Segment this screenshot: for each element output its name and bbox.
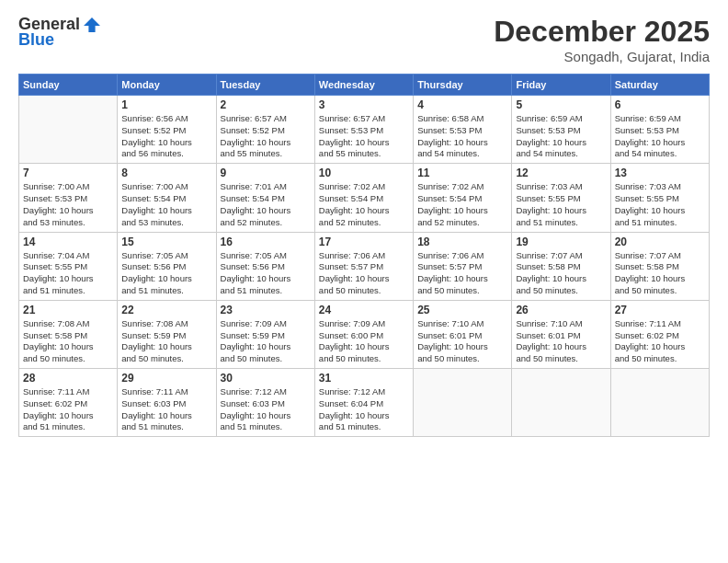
logo-blue-text: Blue	[18, 30, 54, 50]
day-number: 23	[221, 304, 311, 316]
day-number: 29	[121, 372, 211, 385]
calendar-table: SundayMondayTuesdayWednesdayThursdayFrid…	[18, 74, 710, 437]
day-info: Sunrise: 7:02 AM Sunset: 5:54 PM Dayligh…	[417, 181, 507, 228]
calendar-cell: 2Sunrise: 6:57 AM Sunset: 5:52 PM Daylig…	[216, 96, 314, 164]
col-header-saturday: Saturday	[610, 75, 709, 96]
day-info: Sunrise: 7:05 AM Sunset: 5:56 PM Dayligh…	[121, 250, 211, 297]
day-number: 19	[516, 236, 606, 248]
calendar-cell: 14Sunrise: 7:04 AM Sunset: 5:55 PM Dayli…	[19, 232, 118, 300]
calendar-week-1: 7Sunrise: 7:00 AM Sunset: 5:53 PM Daylig…	[19, 164, 710, 232]
day-info: Sunrise: 7:01 AM Sunset: 5:54 PM Dayligh…	[221, 181, 311, 228]
calendar-cell: 18Sunrise: 7:06 AM Sunset: 5:57 PM Dayli…	[414, 232, 512, 300]
calendar-cell: 21Sunrise: 7:08 AM Sunset: 5:58 PM Dayli…	[19, 300, 118, 368]
day-number: 20	[615, 236, 705, 248]
calendar-cell: 31Sunrise: 7:12 AM Sunset: 6:04 PM Dayli…	[314, 369, 413, 437]
calendar-cell: 7Sunrise: 7:00 AM Sunset: 5:53 PM Daylig…	[19, 164, 118, 232]
day-number: 9	[221, 167, 311, 179]
calendar-cell: 24Sunrise: 7:09 AM Sunset: 6:00 PM Dayli…	[314, 300, 413, 368]
day-number: 1	[121, 98, 211, 111]
day-number: 5	[516, 98, 606, 111]
calendar-week-3: 21Sunrise: 7:08 AM Sunset: 5:58 PM Dayli…	[19, 300, 710, 368]
calendar-cell: 11Sunrise: 7:02 AM Sunset: 5:54 PM Dayli…	[414, 164, 512, 232]
day-number: 7	[23, 167, 113, 179]
day-number: 18	[417, 236, 507, 248]
calendar-cell: 15Sunrise: 7:05 AM Sunset: 5:56 PM Dayli…	[118, 232, 216, 300]
day-info: Sunrise: 7:11 AM Sunset: 6:02 PM Dayligh…	[615, 318, 705, 365]
day-number: 8	[121, 167, 211, 179]
header: General Blue December 2025 Songadh, Guja…	[18, 15, 710, 64]
calendar-cell	[19, 96, 118, 164]
day-info: Sunrise: 7:10 AM Sunset: 6:01 PM Dayligh…	[417, 318, 507, 365]
calendar-week-0: 1Sunrise: 6:56 AM Sunset: 5:52 PM Daylig…	[19, 96, 710, 164]
day-info: Sunrise: 7:02 AM Sunset: 5:54 PM Dayligh…	[319, 181, 409, 228]
logo: General Blue	[18, 15, 100, 50]
col-header-wednesday: Wednesday	[314, 75, 413, 96]
day-number: 30	[221, 372, 311, 385]
day-info: Sunrise: 7:11 AM Sunset: 6:02 PM Dayligh…	[23, 386, 113, 433]
calendar-header-row: SundayMondayTuesdayWednesdayThursdayFrid…	[19, 75, 710, 96]
day-info: Sunrise: 7:11 AM Sunset: 6:03 PM Dayligh…	[121, 386, 211, 433]
calendar-cell: 26Sunrise: 7:10 AM Sunset: 6:01 PM Dayli…	[512, 300, 610, 368]
day-info: Sunrise: 6:58 AM Sunset: 5:53 PM Dayligh…	[417, 113, 507, 160]
calendar-cell: 6Sunrise: 6:59 AM Sunset: 5:53 PM Daylig…	[610, 96, 709, 164]
calendar-cell: 9Sunrise: 7:01 AM Sunset: 5:54 PM Daylig…	[216, 164, 314, 232]
calendar-cell: 17Sunrise: 7:06 AM Sunset: 5:57 PM Dayli…	[314, 232, 413, 300]
day-number: 10	[319, 167, 409, 179]
day-info: Sunrise: 7:09 AM Sunset: 5:59 PM Dayligh…	[221, 318, 311, 365]
day-info: Sunrise: 7:08 AM Sunset: 5:59 PM Dayligh…	[121, 318, 211, 365]
calendar-cell: 20Sunrise: 7:07 AM Sunset: 5:58 PM Dayli…	[610, 232, 709, 300]
calendar-week-4: 28Sunrise: 7:11 AM Sunset: 6:02 PM Dayli…	[19, 369, 710, 437]
calendar-cell: 27Sunrise: 7:11 AM Sunset: 6:02 PM Dayli…	[610, 300, 709, 368]
day-info: Sunrise: 7:03 AM Sunset: 5:55 PM Dayligh…	[615, 181, 705, 228]
day-info: Sunrise: 7:09 AM Sunset: 6:00 PM Dayligh…	[319, 318, 409, 365]
day-number: 15	[121, 236, 211, 248]
col-header-tuesday: Tuesday	[216, 75, 314, 96]
title-block: December 2025 Songadh, Gujarat, India	[494, 15, 710, 64]
day-number: 17	[319, 236, 409, 248]
day-info: Sunrise: 7:12 AM Sunset: 6:04 PM Dayligh…	[319, 386, 409, 433]
day-number: 13	[615, 167, 705, 179]
day-number: 3	[319, 98, 409, 111]
calendar-cell: 29Sunrise: 7:11 AM Sunset: 6:03 PM Dayli…	[118, 369, 216, 437]
day-info: Sunrise: 7:00 AM Sunset: 5:53 PM Dayligh…	[23, 181, 113, 228]
calendar-cell	[512, 369, 610, 437]
calendar-cell	[610, 369, 709, 437]
calendar-cell: 28Sunrise: 7:11 AM Sunset: 6:02 PM Dayli…	[19, 369, 118, 437]
day-number: 24	[319, 304, 409, 316]
col-header-monday: Monday	[118, 75, 216, 96]
day-info: Sunrise: 7:06 AM Sunset: 5:57 PM Dayligh…	[417, 250, 507, 297]
day-info: Sunrise: 7:06 AM Sunset: 5:57 PM Dayligh…	[319, 250, 409, 297]
col-header-sunday: Sunday	[19, 75, 118, 96]
day-info: Sunrise: 6:59 AM Sunset: 5:53 PM Dayligh…	[615, 113, 705, 160]
calendar-cell: 1Sunrise: 6:56 AM Sunset: 5:52 PM Daylig…	[118, 96, 216, 164]
day-number: 2	[221, 98, 311, 111]
calendar-cell: 16Sunrise: 7:05 AM Sunset: 5:56 PM Dayli…	[216, 232, 314, 300]
day-number: 27	[615, 304, 705, 316]
month-year: December 2025	[494, 15, 710, 49]
col-header-thursday: Thursday	[414, 75, 512, 96]
day-info: Sunrise: 7:10 AM Sunset: 6:01 PM Dayligh…	[516, 318, 606, 365]
calendar-cell: 3Sunrise: 6:57 AM Sunset: 5:53 PM Daylig…	[314, 96, 413, 164]
day-number: 31	[319, 372, 409, 385]
location: Songadh, Gujarat, India	[494, 49, 710, 64]
day-info: Sunrise: 7:00 AM Sunset: 5:54 PM Dayligh…	[121, 181, 211, 228]
day-number: 22	[121, 304, 211, 316]
logo-icon	[84, 17, 100, 33]
calendar-cell: 22Sunrise: 7:08 AM Sunset: 5:59 PM Dayli…	[118, 300, 216, 368]
calendar-cell: 5Sunrise: 6:59 AM Sunset: 5:53 PM Daylig…	[512, 96, 610, 164]
day-number: 28	[23, 372, 113, 385]
day-number: 4	[417, 98, 507, 111]
day-number: 21	[23, 304, 113, 316]
day-info: Sunrise: 7:08 AM Sunset: 5:58 PM Dayligh…	[23, 318, 113, 365]
calendar-cell: 13Sunrise: 7:03 AM Sunset: 5:55 PM Dayli…	[610, 164, 709, 232]
day-number: 12	[516, 167, 606, 179]
calendar-cell: 10Sunrise: 7:02 AM Sunset: 5:54 PM Dayli…	[314, 164, 413, 232]
calendar-cell	[414, 369, 512, 437]
calendar-cell: 19Sunrise: 7:07 AM Sunset: 5:58 PM Dayli…	[512, 232, 610, 300]
day-info: Sunrise: 6:56 AM Sunset: 5:52 PM Dayligh…	[121, 113, 211, 160]
day-info: Sunrise: 7:07 AM Sunset: 5:58 PM Dayligh…	[615, 250, 705, 297]
day-number: 25	[417, 304, 507, 316]
day-info: Sunrise: 7:03 AM Sunset: 5:55 PM Dayligh…	[516, 181, 606, 228]
calendar-cell: 23Sunrise: 7:09 AM Sunset: 5:59 PM Dayli…	[216, 300, 314, 368]
day-number: 11	[417, 167, 507, 179]
